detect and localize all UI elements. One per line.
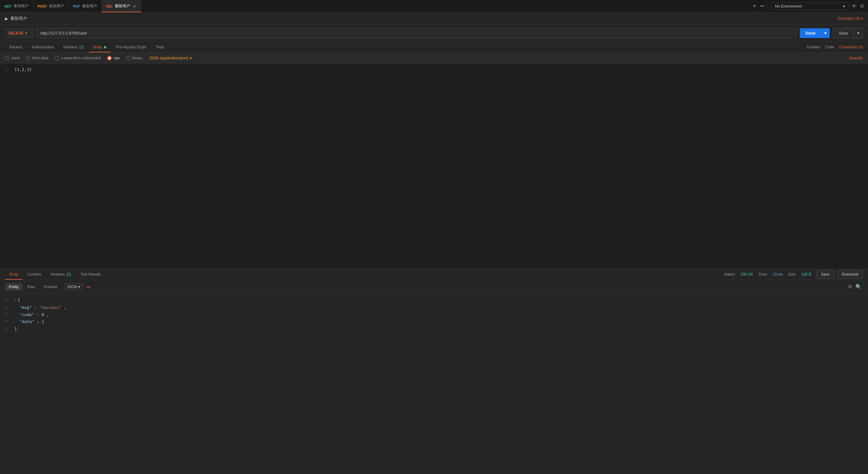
tab-method-get: GET (4, 4, 12, 8)
tab-bar: GET 查询用户 POST 添加用户 PUT 修改用户 DEL 删除用户 ✕ +… (0, 0, 768, 12)
json-type-chevron-icon: ▾ (190, 56, 192, 60)
radio-binary (126, 56, 130, 60)
code-link[interactable]: Code (825, 45, 834, 49)
resp-val-data: 1 (41, 319, 44, 324)
tab-actions: + ••• (749, 2, 768, 11)
resp-json-selector[interactable]: JSON ▾ (64, 283, 83, 291)
status-label: Status: (724, 272, 735, 276)
send-arrow-icon[interactable]: ▾ (821, 28, 830, 38)
resp-linenum-1: 1 (5, 297, 14, 303)
resp-linenum-2: 2 (5, 304, 14, 310)
gear-icon[interactable]: ⚙ (860, 3, 864, 9)
resp-linenum-5: 5 (5, 326, 14, 332)
tab-label-del: 删除用户 (115, 3, 130, 9)
tab-get[interactable]: GET 查询用户 (0, 0, 33, 12)
resp-line-4: 4 "data" : 1 (0, 318, 868, 326)
resp-tab-testresults[interactable]: Test Results (76, 269, 105, 280)
resp-line-3: 3 "code" : 0 , (0, 311, 868, 318)
body-option-binary[interactable]: binary (126, 56, 143, 60)
resp-key-msg: "msg" (20, 305, 32, 310)
tab-method-put: PUT (73, 4, 80, 8)
tab-put[interactable]: PUT 修改用户 (69, 0, 102, 12)
tab-label-get: 查询用户 (13, 3, 29, 9)
tab-body[interactable]: Body (89, 42, 111, 53)
body-option-raw[interactable]: raw (107, 56, 119, 60)
response-download-button[interactable]: Download (837, 270, 863, 278)
body-option-none[interactable]: none (5, 56, 20, 60)
body-option-urlencoded-label: x-www-form-urlencoded (61, 56, 101, 60)
resp-content-1: { (18, 297, 20, 304)
response-body-options: Pretty Raw Preview JSON ▾ ⇌ ⧉ 🔍 (0, 280, 868, 294)
beautify-button[interactable]: Beautify (849, 56, 863, 60)
request-tabs: Params Authorization Headers (1) Body Pr… (0, 42, 868, 53)
tab-headers-badge: (1) (79, 45, 84, 49)
save-arrow-icon[interactable]: ▾ (854, 28, 863, 38)
resp-val-msg: "success" (39, 305, 61, 310)
tab-prerequest[interactable]: Pre-request Script (111, 42, 151, 53)
send-button[interactable]: Send ▾ (800, 28, 830, 38)
tab-body-label: Body (93, 45, 102, 49)
resp-format-preview[interactable]: Preview (40, 283, 61, 291)
body-options-left: none form-data x-www-form-urlencoded raw… (5, 56, 192, 60)
resp-wrap-icon[interactable]: ⇌ (87, 284, 91, 290)
resp-line-1: 1 ▾ { (0, 297, 868, 304)
resp-search-icon[interactable]: 🔍 (854, 282, 863, 291)
tab-method-del: DEL (106, 4, 113, 8)
tab-headers[interactable]: Headers (1) (59, 42, 88, 53)
resp-linenum-3: 3 (5, 312, 14, 318)
tab-close-del[interactable]: ✕ (133, 4, 136, 9)
resp-icons: ⧉ 🔍 (847, 282, 863, 291)
tab-tests-label: Tests (156, 45, 164, 49)
eye-icon[interactable]: 👁 (852, 3, 857, 9)
response-save-button[interactable]: Save (816, 270, 834, 278)
env-selector[interactable]: No Environment ▾ (772, 2, 848, 10)
tab-del[interactable]: DEL 删除用户 ✕ (102, 0, 141, 12)
request-title: 删除用户 (11, 16, 27, 21)
resp-format-pretty[interactable]: Pretty (5, 283, 22, 291)
code-editor-content: 1 [1,2,3] (0, 64, 868, 133)
line-number-1: 1 (5, 67, 14, 72)
resp-expand-1[interactable]: ▾ (14, 297, 16, 302)
resp-tab-testresults-label: Test Results (81, 272, 101, 276)
code-editor[interactable]: 1 [1,2,3] (0, 64, 868, 269)
body-dot-indicator (104, 46, 106, 48)
response-tabs-row: Body Cookies Headers (2) Test Results St… (0, 269, 868, 280)
tab-label-put: 修改用户 (82, 3, 97, 9)
resp-tab-cookies[interactable]: Cookies (23, 269, 45, 280)
body-option-form-data[interactable]: form-data (26, 56, 49, 60)
header-row: GET 查询用户 POST 添加用户 PUT 修改用户 DEL 删除用户 ✕ +… (0, 0, 868, 12)
tab-add-button[interactable]: + (752, 2, 758, 11)
resp-body-left: Pretty Raw Preview JSON ▾ ⇌ (5, 283, 91, 291)
resp-json-chevron-icon: ▾ (78, 285, 80, 289)
body-option-urlencoded[interactable]: x-www-form-urlencoded (55, 56, 101, 60)
resp-tab-body[interactable]: Body (5, 269, 22, 280)
request-name: ▶ 删除用户 (5, 16, 27, 21)
send-label: Send (800, 28, 821, 38)
cookies-link[interactable]: Cookies (806, 45, 820, 49)
method-selector[interactable]: DELETE ▾ (5, 29, 33, 38)
method-chevron-icon: ▾ (25, 31, 27, 35)
examples-link[interactable]: Examples (0) ▾ (838, 16, 863, 21)
tab-tests[interactable]: Tests (151, 42, 169, 53)
resp-tab-headers[interactable]: Headers (2) (46, 269, 75, 280)
json-type-label: JSON (application/json) (149, 56, 188, 60)
comments-link[interactable]: Comments (0) (839, 45, 863, 49)
tab-post[interactable]: POST 添加用户 (33, 0, 69, 12)
resp-tab-cookies-label: Cookies (27, 272, 41, 276)
size-value: 120 B (801, 272, 811, 276)
json-type-selector[interactable]: JSON (application/json) ▾ (149, 56, 191, 60)
tab-params[interactable]: Params (5, 42, 27, 53)
body-option-none-label: none (11, 56, 20, 60)
tab-authorization[interactable]: Authorization (27, 42, 58, 53)
resp-tab-headers-label: Headers (51, 272, 65, 276)
examples-chevron-icon: ▾ (861, 16, 863, 21)
save-button[interactable]: Save ▾ (833, 28, 863, 38)
tab-more-button[interactable]: ••• (760, 4, 764, 8)
tab-prerequest-label: Pre-request Script (116, 45, 146, 49)
resp-copy-icon[interactable]: ⧉ (847, 282, 853, 291)
url-input[interactable] (36, 28, 797, 38)
save-label: Save (833, 28, 854, 38)
time-value: 13 ms (773, 272, 783, 276)
resp-content-5: } (14, 326, 17, 332)
resp-format-raw[interactable]: Raw (24, 283, 39, 291)
